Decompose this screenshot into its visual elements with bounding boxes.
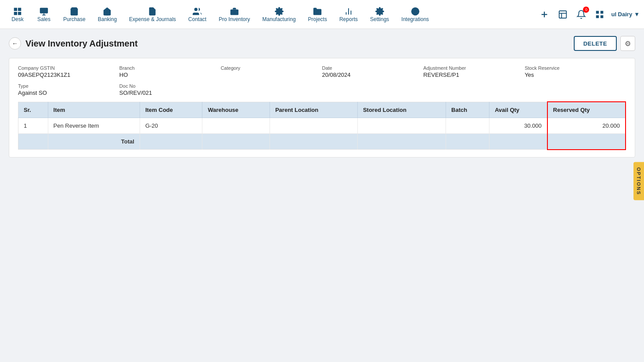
total-empty-sr: [18, 134, 48, 150]
cell-avail-qty: 30.000: [489, 118, 547, 134]
nav-banking[interactable]: Banking: [92, 3, 123, 26]
nav-purchase[interactable]: Purchase: [57, 3, 92, 26]
svg-rect-23: [601, 11, 603, 13]
page-title-row: ← View Inventory Adjustment: [9, 37, 138, 50]
company-gstin-group: Company GSTIN 09ASEPQ2123K1Z1: [18, 65, 119, 78]
notification-button[interactable]: 0: [574, 7, 588, 22]
cell-batch: [446, 118, 489, 134]
delete-button[interactable]: DELETE: [574, 36, 617, 51]
col-avail-qty: Avail Qty: [489, 102, 547, 118]
nav-sales[interactable]: Sales: [31, 3, 57, 26]
date-group: Date 20/08/2024: [322, 65, 423, 78]
nav-right: 0 ul Dairy ▼: [537, 7, 640, 22]
back-button[interactable]: ←: [9, 37, 21, 50]
cell-warehouse: [202, 118, 270, 134]
page-title: View Inventory Adjustment: [25, 39, 138, 49]
total-empty-batch: [446, 134, 489, 150]
col-sr: Sr.: [18, 102, 48, 118]
notification-badge: 0: [583, 7, 589, 13]
nav-pro-inventory[interactable]: Pro Inventory: [212, 3, 256, 26]
doc-no-group: Doc No SO/REV/021: [119, 83, 221, 96]
svg-rect-24: [596, 15, 599, 18]
nav-contact[interactable]: Contact: [182, 3, 212, 26]
import-button[interactable]: [556, 7, 570, 22]
type-group: Type Against SO: [18, 83, 119, 96]
cell-sr: 1: [18, 118, 48, 134]
table-section: Sr. Item Item Code Warehouse Parent Loca…: [18, 101, 626, 150]
grid-button[interactable]: [593, 7, 607, 22]
col-batch: Batch: [446, 102, 489, 118]
header-actions: DELETE ⚙: [574, 36, 635, 51]
col-item: Item: [48, 102, 140, 118]
nav-reports[interactable]: Reports: [333, 3, 364, 26]
nav-desk[interactable]: Desk: [4, 3, 31, 26]
settings-button[interactable]: ⚙: [620, 36, 635, 51]
col-item-code: Item Code: [140, 102, 202, 118]
company-name[interactable]: ul Dairy ▼: [611, 11, 640, 18]
info-row-2: Type Against SO Doc No SO/REV/021: [18, 83, 626, 96]
stock-reserve-group: Stock Reservice Yes: [525, 65, 626, 78]
col-parent-location: Parent Location: [270, 102, 357, 118]
cell-parent-location: [270, 118, 357, 134]
total-label: Total: [48, 134, 140, 150]
cell-stored-location: [357, 118, 446, 134]
table-header-row: Sr. Item Item Code Warehouse Parent Loca…: [18, 102, 626, 118]
svg-rect-25: [601, 15, 603, 18]
branch-group: Branch HO: [119, 65, 221, 78]
cell-item: Pen Reverse Item: [48, 118, 140, 134]
total-empty-reserved: [547, 134, 626, 150]
cell-reserved-qty: 20.000: [547, 118, 626, 134]
inventory-table: Sr. Item Item Code Warehouse Parent Loca…: [18, 101, 626, 150]
info-row-1: Company GSTIN 09ASEPQ2123K1Z1 Branch HO …: [18, 65, 626, 78]
nav-projects[interactable]: Projects: [302, 3, 333, 26]
svg-rect-0: [40, 7, 48, 13]
main-content: ← View Inventory Adjustment DELETE ⚙ Com…: [0, 29, 644, 362]
nav-settings[interactable]: Settings: [364, 3, 395, 26]
total-empty-warehouse: [202, 134, 270, 150]
svg-point-6: [194, 7, 198, 11]
nav-expense[interactable]: Expense & Journals: [123, 3, 182, 26]
info-section: Company GSTIN 09ASEPQ2123K1Z1 Branch HO …: [9, 58, 635, 158]
cell-item-code: G-20: [140, 118, 202, 134]
table-row: 1 Pen Reverse Item G-20 30.000 20.000: [18, 118, 626, 134]
add-button[interactable]: [537, 7, 551, 22]
adjustment-number-group: Adjustment Number REVERSE/P1: [423, 65, 525, 78]
total-empty-parent: [270, 134, 357, 150]
nav-items: Desk Sales Purchase Banking Expense & Jo…: [4, 3, 537, 26]
col-reserved-qty: Reserved Qty: [547, 102, 626, 118]
nav-manufacturing[interactable]: Manufacturing: [256, 3, 302, 26]
options-sidebar[interactable]: OPTIONS: [633, 162, 644, 201]
col-warehouse: Warehouse: [202, 102, 270, 118]
total-row: Total: [18, 134, 626, 150]
col-stored-location: Stored Location: [357, 102, 446, 118]
total-empty-avail: [489, 134, 547, 150]
nav-integrations[interactable]: Integrations: [395, 3, 435, 26]
total-empty-code: [140, 134, 202, 150]
svg-rect-22: [596, 11, 599, 13]
page-header: ← View Inventory Adjustment DELETE ⚙: [9, 36, 635, 51]
top-navigation: Desk Sales Purchase Banking Expense & Jo…: [0, 0, 644, 29]
svg-rect-19: [559, 11, 567, 18]
total-empty-stored: [357, 134, 446, 150]
category-group: Category: [221, 65, 322, 78]
